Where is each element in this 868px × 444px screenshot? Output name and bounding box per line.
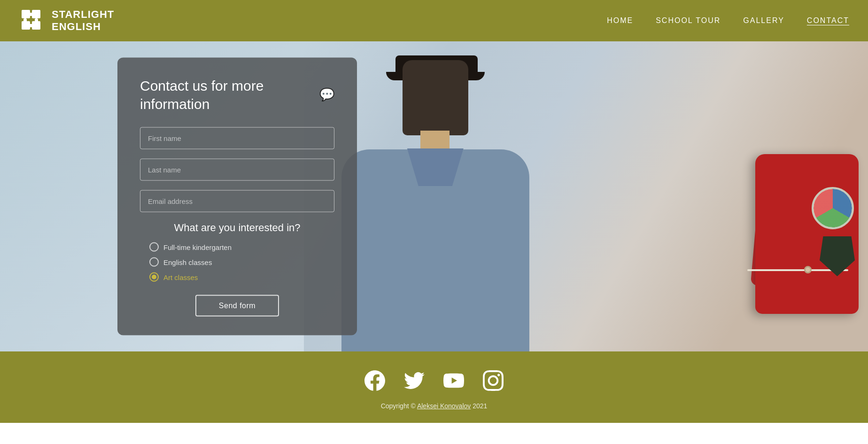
- email-input[interactable]: [140, 190, 334, 212]
- svg-rect-2: [32, 10, 40, 18]
- facebook-icon[interactable]: [364, 370, 385, 391]
- twitter-icon[interactable]: [404, 370, 425, 391]
- form-title: Contact us for more information 💬: [140, 77, 334, 113]
- form-title-text: Contact us for more information: [140, 77, 315, 113]
- footer: Copyright © Aleksei Konovalov 2021: [0, 351, 868, 423]
- contact-form: Contact us for more information 💬 What a…: [117, 58, 357, 335]
- badge-inner: [814, 189, 852, 227]
- send-form-button[interactable]: Send form: [195, 295, 279, 317]
- radio-option-english[interactable]: English classes: [149, 257, 334, 267]
- nav-home[interactable]: HOME: [607, 16, 633, 25]
- social-icons: [9, 370, 859, 391]
- hero-background: [304, 41, 868, 351]
- nav-gallery[interactable]: GALLERY: [743, 16, 784, 25]
- radio-outer-kindergarten: [149, 242, 159, 252]
- chat-icon: 💬: [319, 87, 334, 103]
- nav-links: HOME SCHOOL TOUR GALLERY CONTACT: [607, 16, 849, 25]
- svg-rect-6: [35, 18, 38, 23]
- radio-outer-art: [149, 273, 159, 282]
- hero-section: Contact us for more information 💬 What a…: [0, 41, 868, 351]
- logo-icon: [19, 7, 46, 34]
- navbar: STARLIGHT ENGLISH HOME SCHOOL TOUR GALLE…: [0, 0, 868, 41]
- radio-group: Full-time kindergarten English classes A…: [140, 242, 334, 282]
- nav-contact[interactable]: CONTACT: [807, 16, 849, 25]
- backpack-zipper-pull: [804, 266, 812, 273]
- instagram-icon[interactable]: [483, 370, 504, 391]
- first-name-input[interactable]: [140, 127, 334, 149]
- interest-title: What are you interested in?: [140, 222, 334, 234]
- radio-option-art[interactable]: Art classes: [149, 273, 334, 282]
- radio-inner-art: [152, 275, 156, 280]
- radio-label-english: English classes: [163, 258, 212, 266]
- svg-rect-7: [28, 24, 33, 27]
- copyright-link[interactable]: Aleksei Konovalov: [417, 402, 471, 410]
- svg-rect-5: [28, 13, 33, 16]
- logo[interactable]: STARLIGHT ENGLISH: [19, 7, 114, 34]
- radio-outer-english: [149, 257, 159, 267]
- footer-copyright: Copyright © Aleksei Konovalov 2021: [9, 402, 859, 410]
- backpack: [755, 154, 859, 314]
- youtube-icon[interactable]: [443, 370, 464, 391]
- radio-label-art: Art classes: [163, 273, 198, 281]
- nav-school-tour[interactable]: SCHOOL TOUR: [656, 16, 721, 25]
- logo-text: STARLIGHT ENGLISH: [52, 8, 114, 33]
- radio-option-kindergarten[interactable]: Full-time kindergarten: [149, 242, 334, 252]
- badge-circle: [812, 187, 854, 229]
- person-head: [403, 60, 468, 135]
- radio-label-kindergarten: Full-time kindergarten: [163, 243, 232, 251]
- svg-rect-8: [23, 18, 27, 23]
- last-name-input[interactable]: [140, 159, 334, 181]
